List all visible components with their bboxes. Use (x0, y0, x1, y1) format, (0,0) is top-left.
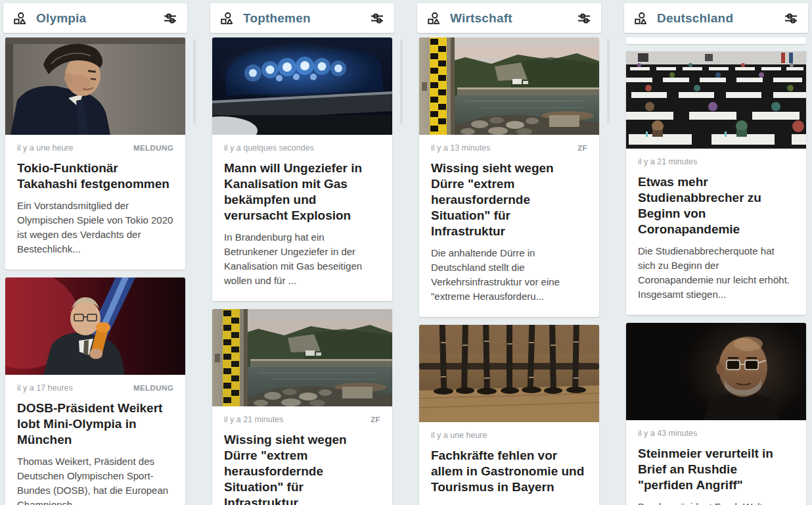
article-badge: ZF (577, 144, 587, 152)
column-title: Topthemen (243, 11, 369, 26)
column-header: Deutschland (624, 3, 808, 33)
article-timestamp: il y a une heure (431, 431, 487, 440)
article-text: il y a 21 minutes ZF Wissing sieht wegen… (212, 406, 392, 505)
article-headline: Etwas mehr Studienabbrecher zu Beginn vo… (638, 174, 794, 237)
article-timestamp: il y a quelques secondes (224, 143, 314, 153)
column-scrollbar[interactable] (193, 39, 196, 124)
article-headline: Fachkräfte fehlen vor allem in Gastronom… (431, 448, 587, 495)
article-image-exam-hall (626, 51, 806, 149)
column-feed: il y a une heure MELDUNG Tokio-Funktionä… (5, 37, 185, 505)
article-card[interactable]: il y a 21 minutes ZF Wissing sieht wegen… (212, 309, 392, 505)
column-scrollbar[interactable] (400, 39, 403, 124)
column-title: Wirtschaft (450, 11, 576, 26)
article-text: il y a 13 minutes ZF Wissing sieht wegen… (419, 135, 599, 317)
column-title: Olympia (36, 11, 162, 26)
article-text: il y a 17 heures MELDUNG DOSB-Präsident … (5, 375, 185, 505)
article-excerpt: Der Personalmangel in der Gastronomie un… (431, 502, 587, 505)
article-excerpt: Thomas Weikert, Präsident des Deutschen … (17, 454, 173, 505)
article-text: il y a une heure Fachkräfte fehlen vor a… (419, 422, 599, 505)
article-timestamp: il y a 21 minutes (224, 415, 283, 424)
column-wirtschaft: Wirtschaft (417, 3, 601, 502)
column-deutschland: Deutschland (624, 3, 808, 502)
article-image-water-level-gauge (419, 37, 599, 135)
article-timestamp: il y a 13 minutes (431, 143, 490, 153)
article-image-rushdie-portrait (626, 323, 806, 420)
article-excerpt: Die Studienabbrecherquote hat sich zu Be… (638, 244, 794, 302)
article-badge: MELDUNG (133, 144, 173, 152)
filter-settings-icon[interactable] (783, 11, 799, 26)
previous-card-bottom-edge[interactable] (626, 37, 806, 44)
article-excerpt: In Brandenburg hat ein Betrunkener Ungez… (224, 230, 380, 288)
news-board: Olympia (0, 0, 812, 505)
column-header: Topthemen (210, 3, 394, 33)
article-excerpt: Die anhaltende Dürre in Deutschland stel… (431, 246, 587, 304)
article-headline: Wissing sieht wegen Dürre "extrem heraus… (224, 432, 380, 505)
article-image-tokyo-official (5, 37, 185, 135)
article-card[interactable]: il y a 21 minutes Etwas mehr Studienabbr… (626, 51, 806, 315)
article-text: il y a 43 minutes Steinmeier verurteilt … (626, 420, 806, 505)
filter-settings-icon[interactable] (162, 11, 178, 26)
article-timestamp: il y a 21 minutes (638, 157, 697, 166)
article-card[interactable]: il y a quelques secondes Mann will Ungez… (212, 37, 392, 301)
article-headline: Tokio-Funktionär Takahashi festgenommen (17, 160, 173, 192)
article-text: il y a 21 minutes Etwas mehr Studienabbr… (626, 149, 806, 315)
article-image-police-blue-light (212, 37, 392, 135)
shapes-category-icon (426, 11, 441, 26)
filter-settings-icon[interactable] (576, 11, 592, 26)
shapes-category-icon (633, 11, 648, 26)
article-badge: MELDUNG (133, 384, 173, 392)
column-header: Wirtschaft (417, 3, 601, 33)
article-headline: Steinmeier verurteilt in Brief an Rushdi… (638, 446, 794, 493)
article-badge: ZF (371, 416, 380, 423)
filter-settings-icon[interactable] (369, 11, 385, 26)
column-title: Deutschland (657, 11, 783, 26)
column-header: Olympia (3, 3, 187, 33)
article-timestamp: il y a 43 minutes (638, 429, 697, 438)
article-headline: DOSB-Präsident Weikert lobt Mini-Olympia… (17, 400, 173, 448)
article-card[interactable]: il y a une heure MELDUNG Tokio-Funktionä… (5, 37, 185, 270)
article-timestamp: il y a une heure (17, 143, 73, 153)
article-headline: Mann will Ungeziefer in Kanalisation mit… (224, 160, 380, 224)
shapes-category-icon (12, 11, 27, 26)
article-image-stacked-stools (419, 325, 599, 422)
shapes-category-icon (219, 11, 234, 26)
article-card[interactable]: il y a 13 minutes ZF Wissing sieht wegen… (419, 37, 599, 317)
article-card[interactable]: il y a 17 heures MELDUNG DOSB-Präsident … (5, 277, 185, 505)
column-topthemen: Topthemen (210, 3, 394, 502)
column-feed: il y a 13 minutes ZF Wissing sieht wegen… (419, 37, 599, 505)
column-feed: il y a quelques secondes Mann will Ungez… (212, 37, 392, 505)
article-excerpt: Bundespräsident Frank-Walter Steinmeier … (638, 500, 794, 505)
column-feed: il y a 21 minutes Etwas mehr Studienabbr… (626, 37, 806, 505)
column-olympia: Olympia (3, 3, 187, 502)
article-image-water-level-gauge (212, 309, 392, 406)
column-scrollbar[interactable] (607, 39, 610, 124)
article-excerpt: Ein Vorstandsmitglied der Olympischen Sp… (17, 199, 173, 256)
article-text: il y a une heure MELDUNG Tokio-Funktionä… (5, 135, 185, 270)
article-text: il y a quelques secondes Mann will Ungez… (212, 135, 392, 301)
article-image-dosb-president (5, 277, 185, 375)
article-headline: Wissing sieht wegen Dürre "extrem heraus… (431, 160, 587, 239)
article-card[interactable]: il y a 43 minutes Steinmeier verurteilt … (626, 323, 806, 505)
article-timestamp: il y a 17 heures (17, 383, 73, 393)
article-card[interactable]: il y a une heure Fachkräfte fehlen vor a… (419, 325, 599, 505)
